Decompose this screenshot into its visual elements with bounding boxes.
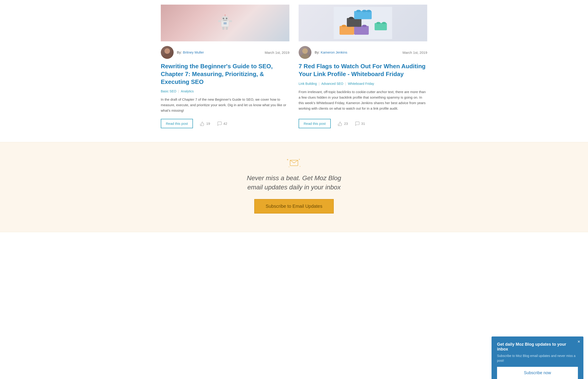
subscribe-email-updates-button[interactable]: Subscribe to Email Updates (254, 199, 334, 214)
svg-rect-9 (218, 20, 221, 22)
svg-text:✦: ✦ (288, 166, 290, 168)
svg-point-5 (226, 18, 227, 19)
svg-point-22 (362, 25, 367, 27)
comment-action-1[interactable]: 42 (217, 121, 227, 126)
svg-point-27 (356, 10, 361, 12)
post-title-2[interactable]: 7 Red Flags to Watch Out For When Auditi… (299, 63, 427, 78)
svg-point-29 (366, 10, 371, 12)
svg-rect-23 (347, 18, 362, 27)
svg-point-4 (224, 18, 224, 19)
svg-rect-26 (354, 11, 372, 19)
comment-count-2: 31 (361, 122, 365, 126)
post-actions-2: Read this post 23 31 (299, 119, 427, 128)
svg-point-15 (163, 54, 171, 59)
svg-point-34 (301, 54, 309, 59)
svg-point-32 (382, 22, 386, 24)
svg-rect-17 (339, 26, 354, 35)
read-post-btn-1[interactable]: Read this post (161, 119, 193, 128)
tag-basic-seo[interactable]: Basic SEO (161, 89, 176, 93)
avatar-kameron (299, 46, 311, 59)
by-label-2: By: (315, 50, 320, 54)
svg-point-31 (377, 22, 381, 24)
svg-rect-11 (222, 27, 225, 30)
posts-grid: By: Britney Muller March 1st, 2019 Rewri… (161, 0, 427, 142)
like-action-1[interactable]: 19 (200, 121, 210, 126)
post-date-1: March 1st, 2019 (265, 50, 289, 54)
post-meta-2: By: Kameron Jenkins March 1st, 2019 (299, 46, 427, 59)
tag-analytics[interactable]: Analytics (181, 89, 194, 93)
svg-point-33 (302, 48, 308, 54)
svg-text:✦: ✦ (286, 158, 289, 161)
tag-sep-1: | (178, 89, 179, 93)
meta-text-1: By: Britney Muller (177, 50, 265, 54)
svg-rect-10 (229, 20, 232, 22)
newsletter-icon-area: ✦ ✦ ✦ ✦ (5, 156, 583, 170)
svg-text:✦: ✦ (299, 165, 301, 168)
author-link-1[interactable]: Britney Muller (183, 50, 204, 54)
post-tags-1: Basic SEO | Analytics (161, 89, 289, 93)
avatar-britney (161, 46, 174, 59)
newsletter-section: ✦ ✦ ✦ ✦ Never miss a beat. Get Moz Blog … (0, 142, 588, 232)
bottom-section (0, 232, 588, 260)
newsletter-title: Never miss a beat. Get Moz Blog email up… (5, 174, 583, 191)
post-tags-2: Link Building | Advanced SEO | Whiteboar… (299, 82, 427, 85)
tag-sep-2b: | (345, 82, 346, 85)
svg-rect-20 (354, 26, 369, 35)
svg-rect-13 (224, 22, 226, 24)
read-post-btn-2[interactable]: Read this post (299, 119, 331, 128)
avatar-2 (299, 46, 311, 59)
svg-point-28 (362, 10, 367, 12)
like-count-1: 19 (206, 122, 210, 126)
post-excerpt-1: In the draft of Chapter 7 of the new Beg… (161, 97, 289, 113)
avatar-1 (161, 46, 174, 59)
tag-whiteboard-friday[interactable]: Whiteboard Friday (348, 82, 374, 85)
svg-rect-12 (226, 27, 228, 30)
svg-text:✦: ✦ (298, 158, 300, 161)
svg-point-8 (225, 15, 226, 16)
tag-sep-2a: | (318, 82, 319, 85)
post-meta-1: By: Britney Muller March 1st, 2019 (161, 46, 289, 59)
post-title-1[interactable]: Rewriting the Beginner's Guide to SEO, C… (161, 63, 289, 86)
tag-link-building[interactable]: Link Building (299, 82, 317, 85)
svg-point-14 (165, 48, 170, 54)
author-link-2[interactable]: Kameron Jenkins (321, 50, 347, 54)
comment-action-2[interactable]: 31 (355, 121, 365, 126)
meta-text-2: By: Kameron Jenkins (315, 50, 402, 54)
like-action-2[interactable]: 23 (338, 121, 348, 126)
post-actions-1: Read this post 19 42 (161, 119, 289, 128)
post-image-1 (161, 5, 289, 41)
post-excerpt-2: From irrelevant, off-topic backlinks to … (299, 89, 427, 113)
post-date-2: March 1st, 2019 (402, 50, 427, 54)
svg-rect-6 (223, 20, 227, 21)
by-label-1: By: (177, 50, 182, 54)
like-count-2: 23 (344, 122, 348, 126)
post-image-2 (299, 5, 427, 41)
svg-point-18 (342, 25, 346, 27)
svg-point-24 (349, 17, 353, 19)
post-card-2: By: Kameron Jenkins March 1st, 2019 7 Re… (299, 5, 427, 128)
post-card-1: By: Britney Muller March 1st, 2019 Rewri… (161, 5, 289, 128)
comment-count-1: 42 (224, 122, 227, 126)
post-image-blocks (299, 5, 427, 41)
svg-rect-30 (375, 23, 387, 30)
post-image-robot (161, 5, 289, 41)
tag-advanced-seo[interactable]: Advanced SEO (321, 82, 343, 85)
